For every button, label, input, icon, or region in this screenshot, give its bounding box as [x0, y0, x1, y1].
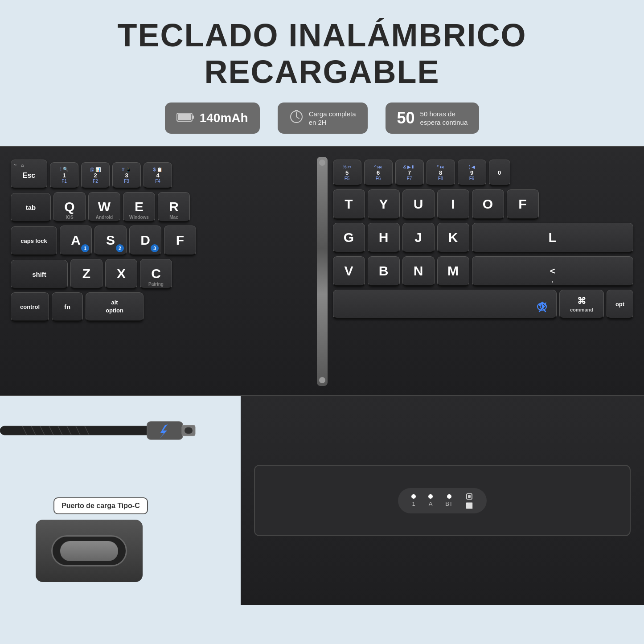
key-d[interactable]: D 3 — [129, 226, 161, 256]
svg-line-5 — [296, 117, 299, 119]
key-9-f9[interactable]: ( ◀ 9 F9 — [458, 160, 486, 186]
key-0[interactable]: 0 — [489, 160, 510, 186]
port-illustration — [36, 520, 143, 582]
keyboard-right-half: % ✂ 5 F5 ^ ⏮ 6 F6 & ▶⏸ 7 F7 — [330, 157, 636, 386]
key-5-f5[interactable]: % ✂ 5 F5 — [333, 160, 361, 186]
port-inner — [51, 535, 127, 566]
key-k[interactable]: K — [437, 223, 469, 253]
device-indicator-2: 2 — [116, 244, 124, 252]
key-z[interactable]: Z — [70, 259, 103, 289]
indicator-dot-bt — [447, 494, 451, 499]
key-r[interactable]: R Mac — [158, 192, 190, 222]
key-6-f6[interactable]: ^ ⏮ 6 F6 — [364, 160, 393, 186]
indicator-item-a: A — [428, 494, 433, 507]
left-fn-row: ~ ⌂ Esc ! 🔍 1 F1 @ 📊 2 F2 — [11, 160, 312, 189]
key-e[interactable]: E WIndows — [123, 192, 155, 222]
key-lt[interactable]: < , — [472, 256, 634, 287]
key-space[interactable] — [333, 290, 557, 319]
key-2-f2[interactable]: @ 📊 2 F2 — [81, 162, 110, 189]
key-4-f4[interactable]: $ 📋 4 F4 — [144, 162, 172, 189]
key-a[interactable]: A 1 — [60, 226, 92, 256]
left-zxc-row: shift Z X C Pairing — [11, 259, 312, 289]
key-q[interactable]: Q iOS — [53, 192, 86, 222]
key-t[interactable]: T — [333, 189, 365, 220]
port-connector — [60, 541, 118, 561]
page-title: TECLADO INALÁMBRICO RECARGABLE — [0, 0, 644, 103]
standby-text: 50 horas deespera continua — [420, 110, 468, 127]
svg-rect-1 — [192, 115, 194, 119]
right-vbnm-row: V B N M < , — [333, 256, 634, 287]
key-fn[interactable]: fn — [52, 292, 83, 322]
battery-icon — [176, 111, 194, 125]
left-qwer-row: tab Q iOS W Android E WIndows R Mac — [11, 192, 312, 222]
key-c[interactable]: C Pairing — [140, 259, 172, 289]
key-w[interactable]: W Android — [88, 192, 120, 222]
key-p[interactable]: F — [507, 189, 539, 220]
key-n[interactable]: N — [402, 256, 435, 287]
key-o[interactable]: O — [472, 189, 504, 220]
indicator-label-bt: BT — [445, 500, 453, 507]
device-indicator-1: 1 — [81, 244, 89, 252]
feature-badges: 140mAh Carga completaen 2H 50 50 horas d… — [0, 103, 644, 134]
svg-rect-2 — [178, 114, 191, 120]
key-3-f3[interactable]: # 📱 3 F3 — [112, 162, 141, 189]
key-s[interactable]: S 2 — [94, 226, 127, 256]
key-alt-option[interactable]: altoption — [86, 292, 144, 322]
standby-number: 50 — [397, 109, 415, 127]
left-bottom-row: control fn altoption — [11, 292, 312, 322]
key-i[interactable]: I — [437, 189, 469, 220]
bottom-section: Puerto de carga Tipo-C 1 A — [0, 396, 644, 605]
usb-cable-illustration — [0, 408, 250, 453]
keyboard-area: ~ ⌂ Esc ! 🔍 1 F1 @ 📊 2 F2 — [0, 146, 644, 396]
indicator-label-a: A — [429, 500, 433, 507]
svg-point-7 — [537, 303, 546, 310]
indicator-item-1: 1 — [411, 494, 416, 507]
indicator-dot-1 — [411, 494, 416, 499]
key-1-f1[interactable]: ! 🔍 1 F1 — [50, 162, 78, 189]
battery-badge: 140mAh — [165, 103, 260, 134]
key-x[interactable]: X — [105, 259, 137, 289]
right-bottom-row: ⌘ command opt — [333, 290, 634, 319]
right-tyuiof-row: T Y U I O F — [333, 189, 634, 220]
battery-value: 140mAh — [200, 111, 248, 125]
indicator-label-usb: ⬜ — [466, 502, 473, 509]
keyboard-hinge — [317, 157, 328, 386]
key-h[interactable]: H — [368, 223, 400, 253]
svg-rect-23 — [468, 495, 471, 498]
key-y[interactable]: Y — [368, 189, 400, 220]
key-g[interactable]: G — [333, 223, 365, 253]
key-shift-left[interactable]: shift — [11, 260, 68, 289]
key-l[interactable]: L — [472, 223, 634, 253]
indicator-label-1: 1 — [412, 500, 415, 507]
key-control[interactable]: control — [11, 292, 49, 322]
standby-badge: 50 50 horas deespera continua — [386, 103, 480, 134]
key-b[interactable]: B — [368, 256, 400, 287]
keyboard-left-half: ~ ⌂ Esc ! 🔍 1 F1 @ 📊 2 F2 — [8, 157, 314, 386]
clock-icon — [289, 110, 304, 127]
indicator-bar: 1 A BT ⬜ — [398, 488, 487, 513]
key-7-f7[interactable]: & ▶⏸ 7 F7 — [395, 160, 424, 186]
right-ghjkl-row: G H J K L — [333, 223, 634, 253]
key-v[interactable]: V — [333, 256, 365, 287]
svg-rect-21 — [185, 427, 193, 434]
indicator-dot-a — [428, 494, 433, 499]
charge-time-badge: Carga completaen 2H — [278, 103, 368, 134]
charging-port-label: Puerto de carga Tipo-C — [53, 497, 148, 514]
svg-point-8 — [540, 305, 544, 308]
key-m[interactable]: M — [437, 256, 469, 287]
key-j[interactable]: J — [402, 223, 435, 253]
bottom-left-section: Puerto de carga Tipo-C — [0, 396, 241, 605]
key-esc[interactable]: ~ ⌂ Esc — [11, 160, 47, 189]
key-command[interactable]: ⌘ command — [559, 290, 604, 319]
key-option-right[interactable]: opt — [607, 290, 633, 319]
left-asdf-row: caps lock A 1 S 2 D 3 F — [11, 226, 312, 256]
key-f[interactable]: F — [164, 226, 196, 256]
key-caps-lock[interactable]: caps lock — [11, 226, 57, 256]
key-u[interactable]: U — [402, 189, 435, 220]
device-indicator-3: 3 — [151, 244, 159, 252]
right-fn-row: % ✂ 5 F5 ^ ⏮ 6 F6 & ▶⏸ 7 F7 — [333, 160, 634, 186]
usb-icon — [465, 492, 473, 500]
indicator-item-usb: ⬜ — [465, 492, 473, 509]
key-tab[interactable]: tab — [11, 193, 51, 222]
key-8-f8[interactable]: * ⏭ 8 F8 — [427, 160, 455, 186]
